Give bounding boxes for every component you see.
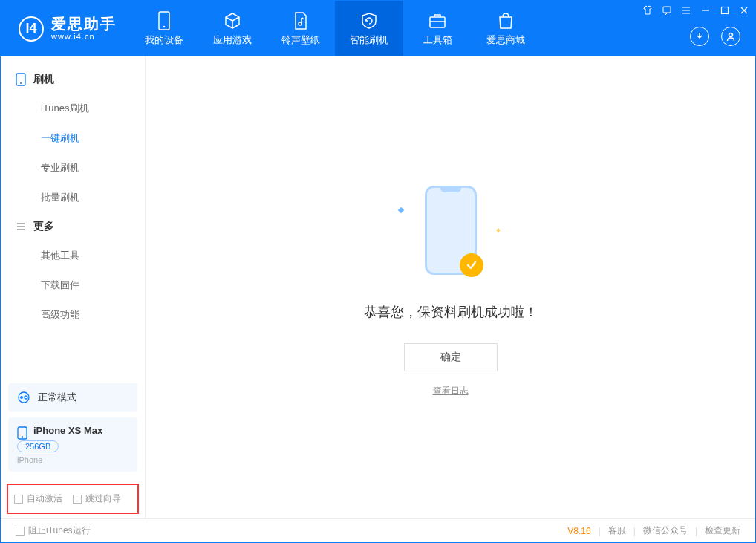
device-type: iPhone	[17, 455, 128, 464]
sidebar-item-download-firmware[interactable]: 下载固件	[1, 270, 145, 300]
group-title: 刷机	[33, 73, 54, 86]
check-badge-icon	[460, 253, 483, 277]
sidebar-group-flash: 刷机	[1, 65, 145, 94]
app-logo-icon: i4	[19, 16, 44, 42]
device-icon	[16, 73, 26, 86]
main-content: 恭喜您，保资料刷机成功啦！ 确定 查看日志	[146, 56, 755, 518]
footer-right: V8.16 | 客服 | 微信公众号 | 检查更新	[567, 524, 740, 537]
tab-label: 应用游戏	[213, 33, 252, 47]
version-label: V8.16	[567, 526, 590, 536]
menu-icon[interactable]	[681, 5, 691, 16]
maximize-button[interactable]	[720, 5, 730, 16]
phone-icon	[154, 11, 174, 30]
sidebar-item-batch-flash[interactable]: 批量刷机	[1, 183, 145, 212]
list-icon	[16, 221, 26, 232]
checkbox-block-itunes[interactable]: 阻止iTunes运行	[16, 524, 91, 537]
briefcase-icon	[428, 11, 447, 30]
sparkle-icon	[496, 228, 501, 233]
group-title: 更多	[33, 220, 54, 233]
logo-text: 爱思助手 www.i4.cn	[51, 16, 117, 41]
tab-smart-flash[interactable]: 智能刷机	[335, 1, 403, 56]
sidebar-bottom: 正常模式 iPhone XS Max 256GB iPhone	[1, 376, 145, 479]
svg-point-11	[20, 396, 23, 399]
success-message: 恭喜您，保资料刷机成功啦！	[364, 303, 538, 321]
footer-link-wechat[interactable]: 微信公众号	[643, 524, 688, 537]
phone-notch	[440, 188, 461, 192]
svg-rect-4	[663, 7, 671, 13]
tab-label: 工具箱	[423, 33, 452, 47]
refresh-shield-icon	[359, 11, 379, 30]
body: 刷机 iTunes刷机 一键刷机 专业刷机 批量刷机 更多 其他工具 下载固件 …	[1, 56, 755, 518]
checkbox-skip-guide[interactable]: 跳过向导	[73, 492, 121, 505]
header-actions	[690, 27, 740, 46]
separator: |	[599, 526, 601, 536]
main-tabs: 我的设备 应用游戏 铃声壁纸 智能刷机 工具箱 爱思商城	[130, 1, 540, 56]
svg-point-1	[163, 25, 166, 27]
ok-button[interactable]: 确定	[404, 343, 498, 371]
footer-link-update[interactable]: 检查更新	[705, 524, 740, 537]
sidebar-item-other-tools[interactable]: 其他工具	[1, 241, 145, 270]
window-controls	[642, 5, 749, 16]
svg-point-7	[729, 33, 733, 37]
user-icon[interactable]	[721, 27, 740, 46]
sidebar-item-itunes-flash[interactable]: iTunes刷机	[1, 94, 145, 123]
mode-icon	[17, 391, 30, 404]
app-window: i4 爱思助手 www.i4.cn 我的设备 应用游戏 铃声壁纸 智能刷机	[0, 0, 756, 543]
svg-point-12	[25, 396, 27, 399]
tab-label: 我的设备	[145, 33, 183, 47]
checkbox-icon	[73, 495, 82, 504]
tab-store[interactable]: 爱思商城	[472, 1, 540, 56]
sidebar-group-more: 更多	[1, 212, 145, 241]
music-file-icon	[291, 11, 310, 30]
checkbox-label: 自动激活	[27, 492, 62, 505]
shirt-icon[interactable]	[642, 5, 653, 16]
footer-link-service[interactable]: 客服	[608, 524, 626, 537]
checkbox-auto-activate[interactable]: 自动激活	[14, 492, 62, 505]
checkbox-label: 跳过向导	[85, 492, 121, 505]
svg-rect-6	[722, 7, 729, 14]
sidebar-scroll: 刷机 iTunes刷机 一键刷机 专业刷机 批量刷机 更多 其他工具 下载固件 …	[1, 56, 145, 376]
device-phone-icon	[17, 426, 27, 440]
separator: |	[695, 526, 697, 536]
svg-rect-3	[430, 17, 445, 27]
device-name: iPhone XS Max	[33, 425, 102, 436]
app-title: 爱思助手	[51, 16, 117, 32]
logo-area: i4 爱思助手 www.i4.cn	[1, 1, 130, 56]
sidebar: 刷机 iTunes刷机 一键刷机 专业刷机 批量刷机 更多 其他工具 下载固件 …	[1, 56, 146, 518]
status-bar: 阻止iTunes运行 V8.16 | 客服 | 微信公众号 | 检查更新	[1, 518, 755, 542]
svg-point-2	[299, 22, 302, 25]
view-log-link[interactable]: 查看日志	[433, 385, 469, 397]
svg-point-9	[20, 82, 22, 84]
tab-label: 智能刷机	[350, 33, 388, 47]
app-url: www.i4.cn	[51, 32, 117, 41]
sidebar-item-advanced[interactable]: 高级功能	[1, 300, 145, 330]
tab-my-device[interactable]: 我的设备	[130, 1, 198, 56]
footer-left: 阻止iTunes运行	[16, 524, 91, 537]
minimize-button[interactable]	[700, 5, 711, 16]
close-button[interactable]	[739, 5, 749, 16]
tab-ringtone-wallpaper[interactable]: 铃声壁纸	[267, 1, 335, 56]
checkbox-label: 阻止iTunes运行	[28, 524, 91, 537]
sidebar-item-onekey-flash[interactable]: 一键刷机	[1, 123, 145, 153]
shopping-bag-icon	[496, 11, 515, 30]
phone-graphic	[425, 186, 477, 275]
cube-icon	[223, 11, 242, 30]
download-icon[interactable]	[690, 27, 709, 46]
tab-toolbox[interactable]: 工具箱	[403, 1, 472, 56]
mode-card[interactable]: 正常模式	[8, 383, 137, 412]
tab-apps-games[interactable]: 应用游戏	[198, 1, 267, 56]
highlighted-options: 自动激活 跳过向导	[7, 484, 139, 514]
device-card[interactable]: iPhone XS Max 256GB iPhone	[8, 417, 137, 472]
tab-label: 爱思商城	[486, 33, 525, 47]
tab-label: 铃声壁纸	[281, 33, 320, 47]
separator: |	[633, 526, 636, 536]
device-capacity: 256GB	[17, 440, 59, 452]
mode-label: 正常模式	[38, 391, 76, 404]
feedback-icon[interactable]	[662, 5, 672, 16]
svg-point-14	[22, 436, 23, 438]
success-illustration	[384, 178, 518, 282]
sidebar-item-pro-flash[interactable]: 专业刷机	[1, 153, 145, 183]
checkbox-icon	[14, 495, 23, 504]
title-bar: i4 爱思助手 www.i4.cn 我的设备 应用游戏 铃声壁纸 智能刷机	[1, 1, 755, 56]
sparkle-icon	[397, 207, 403, 212]
